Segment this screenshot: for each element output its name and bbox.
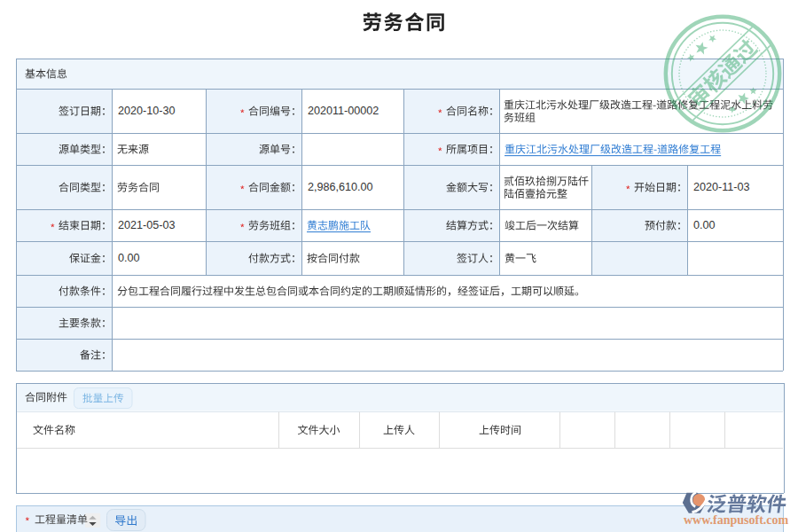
- svg-text:www.fanpusoft.com: www.fanpusoft.com: [684, 513, 789, 527]
- svg-text:2021-05-03: 2021-05-03: [118, 219, 175, 231]
- svg-text:0.00: 0.00: [118, 252, 140, 264]
- svg-text:202011-00002: 202011-00002: [308, 105, 379, 117]
- svg-text:2020-10-30: 2020-10-30: [118, 105, 175, 117]
- svg-text:2020-11-03: 2020-11-03: [693, 181, 750, 193]
- svg-text:2,986,610.00: 2,986,610.00: [308, 181, 373, 193]
- svg-text:0.00: 0.00: [693, 219, 716, 231]
